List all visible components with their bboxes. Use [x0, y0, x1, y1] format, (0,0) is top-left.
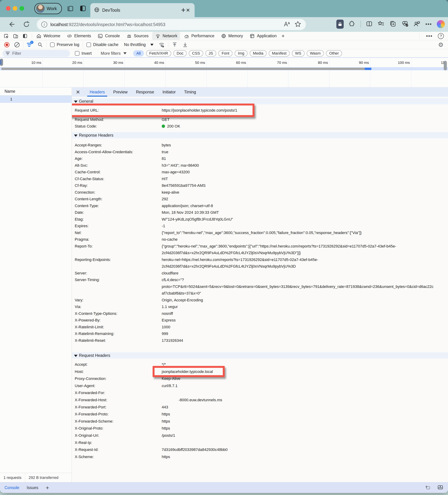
url-text[interactable]: localhost:9222/devtools/inspector.html?w…: [50, 22, 280, 27]
device-toolbar-icon[interactable]: [13, 33, 19, 39]
network-conditions-icon[interactable]: [158, 42, 165, 48]
header-name: X-Ratelimit-Limit:: [75, 324, 162, 330]
more-filters-button[interactable]: More filters: [99, 51, 127, 56]
traffic-light-close[interactable]: [6, 6, 11, 11]
overview-scrollbar-thumb[interactable]: [444, 61, 447, 70]
tab-timing[interactable]: Timing: [184, 88, 196, 96]
header-row: X-Forwarded-Host:-8000.euw.devtunnels.ms: [72, 397, 448, 404]
customize-devtools-icon[interactable]: •••: [426, 33, 433, 39]
drawer-tab-console[interactable]: Console: [5, 485, 19, 490]
disclosure-triangle-icon: [74, 355, 78, 357]
filter-toggle-icon[interactable]: ✕: [27, 42, 32, 47]
globe-icon: [94, 7, 99, 13]
reload-icon[interactable]: [22, 20, 30, 29]
clear-button[interactable]: [14, 42, 20, 47]
profile-button[interactable]: Work: [34, 3, 62, 14]
tab-network[interactable]: Network: [152, 32, 180, 40]
filter-type-manifest[interactable]: Manifest: [269, 50, 290, 56]
timeline-tick: 20 ms: [43, 58, 84, 67]
feedback-icon[interactable]: [413, 20, 420, 28]
split-screen-icon[interactable]: [366, 20, 373, 28]
throttling-select[interactable]: No throttling: [123, 42, 154, 47]
header-name: X-Forwarded-Port:: [75, 404, 162, 411]
more-tools-button[interactable]: +: [280, 33, 286, 39]
inspect-icon[interactable]: [3, 33, 9, 39]
overview-drag-handle[interactable]: [0, 59, 3, 66]
request-row-selected[interactable]: 1: [0, 96, 71, 103]
tab-headers[interactable]: Headers: [89, 88, 105, 96]
more-menu-icon[interactable]: •••: [425, 21, 432, 27]
header-name: Date:: [75, 209, 162, 216]
tab-close-icon[interactable]: ✕: [186, 7, 190, 13]
workspaces-icon[interactable]: [67, 5, 75, 12]
header-row: Server-Timing:cfL4;desc="? proto=TCP&rtt…: [72, 276, 448, 297]
traffic-light-zoom[interactable]: [20, 6, 24, 11]
header-name: User-Agent:: [75, 382, 162, 389]
export-har-icon[interactable]: [182, 42, 188, 48]
filter-type-media[interactable]: Media: [250, 50, 266, 56]
tab-initiator[interactable]: Initiator: [162, 88, 176, 96]
filter-type-js[interactable]: JS: [205, 50, 216, 56]
vertical-tabs-icon[interactable]: [79, 5, 87, 12]
urlbar-row: i localhost:9222/devtools/inspector.html…: [0, 17, 448, 32]
filter-type-doc[interactable]: Doc: [173, 50, 187, 56]
waterfall-bar[interactable]: [1, 68, 365, 70]
filter-type-img[interactable]: Img: [235, 50, 247, 56]
network-overview[interactable]: 10 ms20 ms30 ms40 ms50 ms60 ms70 ms80 ms…: [0, 58, 448, 87]
address-bar[interactable]: i localhost:9222/devtools/inspector.html…: [37, 19, 306, 30]
drawer-tab-issues[interactable]: Issues: [27, 485, 38, 490]
tab-console[interactable]: Console: [95, 32, 123, 40]
filter-type-fetch[interactable]: Fetch/XHR: [146, 50, 171, 56]
help-icon[interactable]: ?: [438, 33, 444, 39]
favorite-star-icon[interactable]: [294, 21, 301, 28]
tab-sources[interactable]: Sources: [123, 32, 151, 40]
password-lock-icon[interactable]: [336, 20, 344, 29]
drawer: Console Issues +: [0, 482, 448, 493]
browser-essentials-icon[interactable]: [401, 20, 408, 28]
traffic-light-minimize[interactable]: [13, 6, 17, 11]
new-tab-button[interactable]: +: [181, 7, 185, 14]
disable-cache-checkbox[interactable]: Disable cache: [86, 42, 118, 47]
tab-welcome[interactable]: Welcome: [33, 32, 63, 40]
search-icon[interactable]: [37, 42, 43, 48]
header-name: Alt-Svc:: [75, 162, 162, 169]
tab-elements[interactable]: Elements: [64, 32, 94, 40]
filter-type-other[interactable]: Other: [326, 50, 342, 56]
filter-type-wasm[interactable]: Wasm: [307, 50, 324, 56]
close-details-icon[interactable]: ✕: [76, 89, 80, 95]
tab-application[interactable]: Application: [246, 32, 280, 40]
settings-gear-icon[interactable]: ⚙: [438, 41, 443, 48]
extensions-icon[interactable]: [349, 20, 356, 28]
import-har-icon[interactable]: [172, 42, 177, 48]
timeline-tick: 100 ms: [370, 58, 411, 67]
column-header-name[interactable]: Name: [0, 87, 71, 96]
section-general[interactable]: General: [72, 98, 448, 104]
url-rest: :9222/devtools/inspector.html?ws=localho…: [68, 22, 165, 27]
collections-icon[interactable]: [390, 20, 397, 28]
back-icon[interactable]: [7, 20, 15, 29]
copilot-icon[interactable]: [437, 20, 445, 28]
filter-type-font[interactable]: Font: [218, 50, 232, 56]
section-request-headers[interactable]: Request Headers: [72, 352, 448, 358]
tab-response[interactable]: Response: [136, 88, 154, 96]
timeline-tick: 80 ms: [288, 58, 329, 67]
filter-type-all[interactable]: All: [133, 50, 144, 56]
record-button[interactable]: [4, 42, 9, 47]
invert-checkbox[interactable]: Invert: [75, 51, 92, 56]
browser-tab-devtools[interactable]: DevTools ✕: [90, 3, 195, 17]
tab-preview[interactable]: Preview: [113, 88, 128, 96]
tab-memory[interactable]: Memory: [218, 32, 246, 40]
read-aloud-icon[interactable]: [283, 21, 290, 28]
filter-input[interactable]: Filter: [2, 50, 70, 57]
preserve-log-checkbox[interactable]: Preserve log: [50, 42, 79, 47]
drawer-expand-icon[interactable]: [437, 484, 443, 491]
filter-type-css[interactable]: CSS: [189, 50, 203, 56]
favorites-list-icon[interactable]: [378, 20, 385, 28]
drawer-restore-icon[interactable]: [425, 484, 431, 491]
drawer-add-tab-button[interactable]: +: [46, 484, 49, 491]
dock-side-icon[interactable]: [22, 33, 28, 39]
tab-performance[interactable]: Performance: [181, 32, 217, 40]
section-response-headers[interactable]: Response Headers: [72, 132, 448, 138]
site-info-icon[interactable]: i: [41, 22, 47, 28]
filter-type-ws[interactable]: WS: [292, 50, 304, 56]
